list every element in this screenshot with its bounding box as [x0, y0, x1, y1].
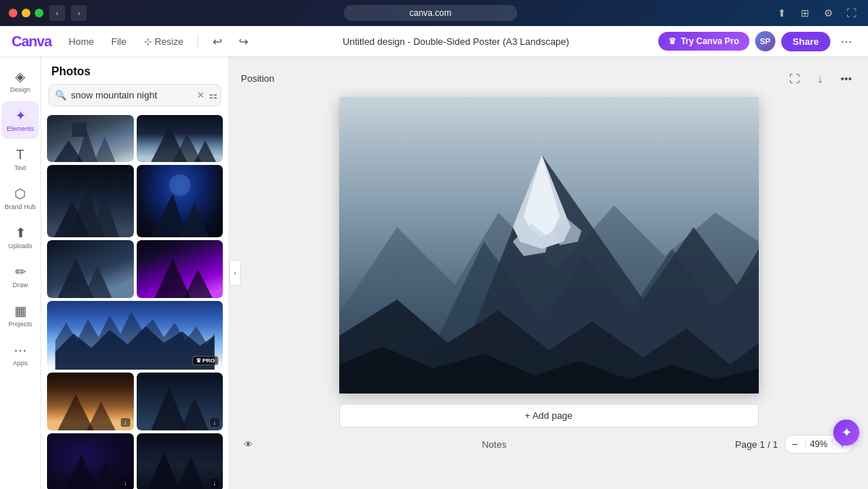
sidebar-item-projects[interactable]: ▦ Projects [1, 297, 39, 334]
minimize-dot[interactable] [22, 9, 30, 17]
hide-panel-button[interactable]: › [229, 260, 241, 286]
share-button[interactable]: Share [781, 32, 830, 51]
notes-button[interactable]: Notes [482, 439, 506, 450]
nav-forward-button[interactable]: › [71, 5, 87, 21]
sidebar-item-design[interactable]: ◈ Design [1, 62, 39, 100]
canvas-icons: ⛶ ↓ ••• [784, 68, 856, 88]
traffic-lights [9, 9, 43, 17]
page-info: Page 1 / 1 [735, 439, 778, 450]
sidebar-label-apps: Apps [13, 360, 28, 367]
sidebar-item-elements[interactable]: ✦ Elements [1, 101, 39, 139]
photo-item-6[interactable] [137, 240, 224, 298]
draw-icon: ✏ [15, 264, 26, 280]
svg-rect-3 [72, 122, 87, 137]
download-button-9[interactable]: ↓ [210, 418, 220, 427]
sidebar-item-text[interactable]: T Text [1, 140, 39, 178]
photo-item-4[interactable] [137, 165, 224, 237]
mountain-svg [339, 97, 759, 394]
sidebar-item-uploads[interactable]: ⬆ Uploads [1, 218, 39, 256]
download-button-8[interactable]: ↓ [121, 418, 130, 427]
photo-item-9[interactable]: ↓ [137, 373, 224, 430]
try-pro-button[interactable]: ♛ Try Canva Pro [658, 32, 749, 51]
topbar-right: ⬆ ⊞ ⚙ ⛶ [774, 5, 859, 21]
maximize-dot[interactable] [35, 9, 43, 17]
photos-panel: Photos 🔍 ✕ ⚏ [41, 56, 229, 489]
photo-item-10[interactable]: ↓ [47, 433, 134, 489]
filter-icon[interactable]: ⚏ [209, 90, 218, 101]
svg-marker-11 [150, 194, 187, 237]
expand-icon[interactable]: ⛶ [843, 5, 859, 21]
sidebar-item-apps[interactable]: ⋯ Apps [1, 336, 39, 373]
toolbar-right: ♛ Try Canva Pro SP Share ⋯ [658, 31, 856, 51]
svg-marker-6 [194, 140, 216, 162]
text-icon: T [17, 148, 25, 163]
separator-1 [197, 34, 198, 48]
grid-icon[interactable]: ⊞ [797, 5, 813, 21]
canva-toolbar: Canva Home File ⊹ Resize ↩ ↪ Untitled de… [0, 26, 868, 56]
projects-icon: ▦ [14, 303, 27, 319]
design-title: Untitled design - Double-Sided Poster (A… [343, 36, 569, 47]
clear-search-icon[interactable]: ✕ [197, 90, 205, 101]
svg-point-10 [169, 174, 190, 196]
file-button[interactable]: File [106, 33, 132, 50]
pro-crown-icon: ♛ [668, 36, 676, 46]
svg-marker-2 [94, 137, 116, 162]
canva-assistant-button[interactable]: ✦ [833, 420, 859, 446]
sidebar-label-design: Design [10, 86, 30, 93]
photo-item-2[interactable] [137, 115, 224, 162]
svg-marker-20 [87, 401, 116, 430]
search-bar: 🔍 ✕ ⚏ [48, 84, 221, 106]
expand-canvas-icon[interactable]: ⛶ [784, 68, 804, 88]
topbar-left: ‹ › [9, 5, 87, 21]
download-button-10[interactable]: ↓ [121, 479, 130, 488]
nav-back-button[interactable]: ‹ [49, 5, 65, 21]
svg-marker-14 [83, 265, 112, 298]
resize-button[interactable]: ⊹ Resize [138, 33, 190, 50]
sidebar-item-brand[interactable]: ⬡ Brand Hub [1, 179, 39, 217]
show-pages-button[interactable]: 👁 [244, 439, 253, 450]
more-canvas-icon[interactable]: ••• [836, 68, 856, 88]
pro-crown: ♛ [196, 357, 201, 364]
photo-item-1[interactable] [47, 115, 134, 162]
brand-icon: ⬡ [14, 186, 26, 202]
undo-button[interactable]: ↩ [207, 31, 227, 51]
canvas-image[interactable] [339, 97, 759, 394]
canvas-area: Position ⛶ ↓ ••• [229, 56, 868, 489]
share-icon[interactable]: ⬆ [774, 5, 790, 21]
photo-item-5[interactable] [47, 240, 134, 298]
os-topbar: ‹ › ⬆ ⊞ ⚙ ⛶ [0, 0, 868, 26]
zoom-out-button[interactable]: − [785, 435, 805, 453]
svg-marker-16 [183, 269, 212, 298]
uploads-icon: ⬆ [15, 225, 26, 241]
sidebar-item-draw[interactable]: ✏ Draw [1, 258, 39, 295]
download-canvas-icon[interactable]: ↓ [810, 68, 830, 88]
photo-item-11[interactable]: ↓ [137, 433, 224, 489]
add-page-button[interactable]: + Add page [339, 404, 759, 428]
search-input[interactable] [71, 85, 192, 106]
close-dot[interactable] [9, 9, 17, 17]
redo-button[interactable]: ↪ [233, 31, 253, 51]
photo-row-5: ↓ ↓ [47, 373, 223, 430]
download-button-11[interactable]: ↓ [210, 479, 220, 488]
sidebar-label-text: Text [14, 164, 27, 171]
svg-marker-22 [179, 398, 208, 430]
photo-row-2 [47, 165, 223, 237]
apps-icon: ⋯ [14, 342, 27, 358]
photo-row-1 [47, 115, 223, 162]
position-button[interactable]: Position [241, 73, 274, 84]
address-input[interactable] [344, 5, 517, 21]
canvas-top-bar: Position ⛶ ↓ ••• [241, 68, 856, 88]
pro-badge: ♛ PRO [192, 356, 218, 365]
photos-grid: ••• ♛ PRO [41, 112, 229, 489]
photo-item-8[interactable]: ↓ [47, 373, 134, 430]
svg-marker-21 [150, 387, 187, 430]
avatar: SP [755, 31, 775, 51]
svg-marker-23 [65, 454, 98, 489]
photo-item-7[interactable]: ••• ♛ PRO [47, 301, 223, 370]
home-button[interactable]: Home [63, 33, 100, 50]
photo-item-3[interactable] [47, 165, 134, 237]
more-options-icon[interactable]: ⋯ [836, 31, 856, 51]
address-bar-area [344, 5, 517, 21]
elements-icon: ✦ [15, 108, 26, 124]
settings-icon[interactable]: ⚙ [820, 5, 836, 21]
